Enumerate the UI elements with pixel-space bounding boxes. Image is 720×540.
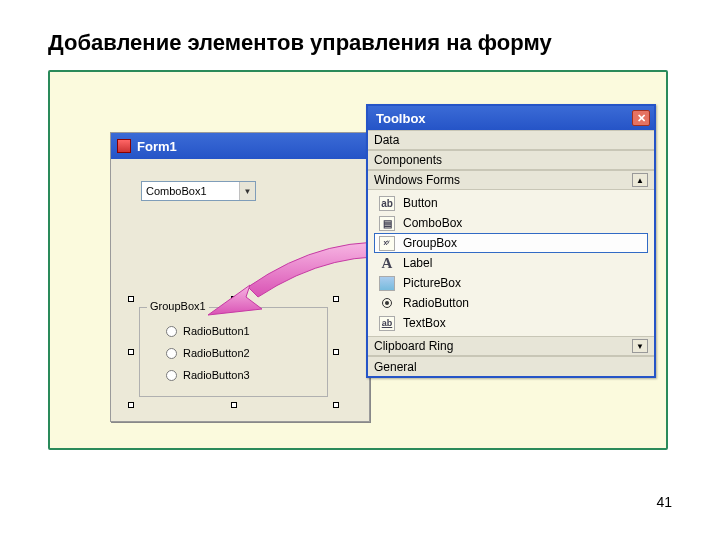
selection-handle[interactable] — [231, 402, 237, 408]
toolbox-item-button[interactable]: ab Button — [374, 193, 648, 213]
combobox-control[interactable]: ComboBox1 ▼ — [141, 181, 256, 201]
selection-handle[interactable] — [128, 296, 134, 302]
radio-icon — [166, 326, 177, 337]
toolbox-section-components[interactable]: Components — [368, 150, 654, 170]
radiobutton-control[interactable]: RadioButton3 — [166, 369, 250, 381]
section-label: General — [374, 360, 417, 374]
selection-handle[interactable] — [333, 402, 339, 408]
content-panel: Form1 ComboBox1 ▼ GroupBox1 — [48, 70, 668, 450]
section-label: Components — [374, 153, 442, 167]
radiobutton-control[interactable]: RadioButton2 — [166, 347, 250, 359]
item-label: ComboBox — [403, 216, 462, 230]
form-canvas[interactable]: ComboBox1 ▼ GroupBox1 RadioButton1 — [111, 159, 369, 421]
radio-label: RadioButton1 — [183, 325, 250, 337]
toolbox-window: Toolbox ✕ Data Components Windows Forms … — [366, 104, 656, 378]
radio-label: RadioButton2 — [183, 347, 250, 359]
selection-handle[interactable] — [231, 296, 237, 302]
groupbox-icon: xʸ — [379, 236, 395, 251]
radio-icon — [166, 348, 177, 359]
toolbox-item-combobox[interactable]: ▤ ComboBox — [374, 213, 648, 233]
selection-handle[interactable] — [128, 402, 134, 408]
toolbox-item-textbox[interactable]: ab TextBox — [374, 313, 648, 333]
selection-handle[interactable] — [333, 349, 339, 355]
section-label: Data — [374, 133, 399, 147]
label-icon: A — [379, 256, 395, 271]
toolbox-item-list: ab Button ▤ ComboBox xʸ GroupBox A Label… — [368, 190, 654, 336]
combobox-dropdown-button[interactable]: ▼ — [239, 182, 255, 200]
toolbox-section-clipboard-ring[interactable]: Clipboard Ring ▼ — [368, 336, 654, 356]
slide-title: Добавление элементов управления на форму — [48, 30, 552, 56]
toolbox-section-general[interactable]: General — [368, 356, 654, 376]
form-icon — [117, 139, 131, 153]
groupbox-legend: GroupBox1 — [147, 300, 209, 312]
item-label: RadioButton — [403, 296, 469, 310]
radiobutton-control[interactable]: RadioButton1 — [166, 325, 250, 337]
close-icon[interactable]: ✕ — [632, 110, 650, 126]
toolbox-section-data[interactable]: Data — [368, 130, 654, 150]
section-label: Clipboard Ring — [374, 339, 453, 353]
item-label: PictureBox — [403, 276, 461, 290]
scroll-down-icon[interactable]: ▼ — [632, 339, 648, 353]
toolbox-item-radiobutton[interactable]: RadioButton — [374, 293, 648, 313]
toolbox-item-groupbox[interactable]: xʸ GroupBox — [374, 233, 648, 253]
radiobutton-icon — [379, 296, 395, 311]
toolbox-titlebar[interactable]: Toolbox ✕ — [368, 106, 654, 130]
toolbox-item-picturebox[interactable]: PictureBox — [374, 273, 648, 293]
selection-handle[interactable] — [333, 296, 339, 302]
button-icon: ab — [379, 196, 395, 211]
radio-icon — [166, 370, 177, 381]
scroll-up-icon[interactable]: ▲ — [632, 173, 648, 187]
combobox-icon: ▤ — [379, 216, 395, 231]
groupbox-control[interactable]: GroupBox1 RadioButton1 RadioButton2 Radi… — [131, 299, 336, 405]
selection-handle[interactable] — [128, 349, 134, 355]
textbox-icon: ab — [379, 316, 395, 331]
combobox-text: ComboBox1 — [142, 185, 239, 197]
item-label: GroupBox — [403, 236, 457, 250]
item-label: Label — [403, 256, 432, 270]
form-designer-window: Form1 ComboBox1 ▼ GroupBox1 — [110, 132, 370, 422]
toolbox-title: Toolbox — [376, 111, 426, 126]
toolbox-item-label[interactable]: A Label — [374, 253, 648, 273]
page-number: 41 — [656, 494, 672, 510]
item-label: TextBox — [403, 316, 446, 330]
form-title: Form1 — [137, 139, 177, 154]
item-label: Button — [403, 196, 438, 210]
picturebox-icon — [379, 276, 395, 291]
form-titlebar: Form1 — [111, 133, 369, 159]
toolbox-section-windows-forms[interactable]: Windows Forms ▲ — [368, 170, 654, 190]
section-label: Windows Forms — [374, 173, 460, 187]
radio-label: RadioButton3 — [183, 369, 250, 381]
